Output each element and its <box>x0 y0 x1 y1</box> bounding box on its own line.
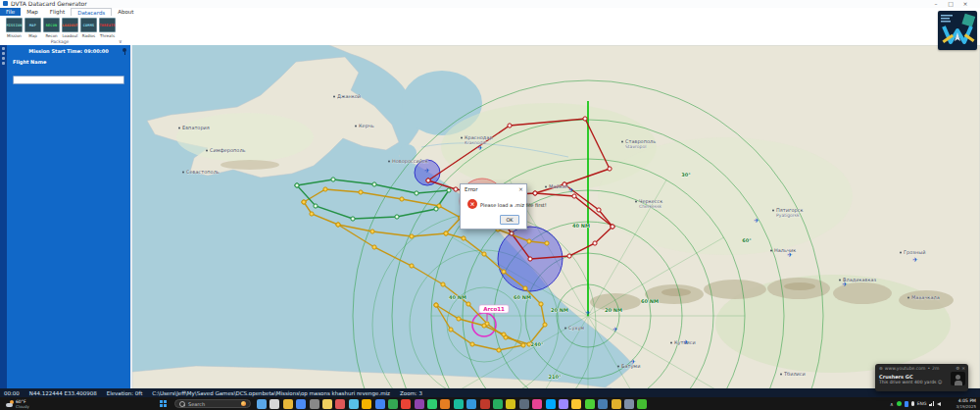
waypoint[interactable] <box>611 225 614 229</box>
waypoint[interactable] <box>593 241 597 245</box>
waypoint[interactable] <box>502 270 506 274</box>
waypoint[interactable] <box>510 231 514 235</box>
tray-overflow-icon[interactable]: ∧ <box>890 401 894 407</box>
waypoint[interactable] <box>543 323 547 327</box>
waypoint[interactable] <box>523 286 527 290</box>
waypoint[interactable] <box>462 236 466 240</box>
taskbar-app-icon[interactable] <box>270 399 279 409</box>
ok-button[interactable]: OK <box>500 215 519 225</box>
waypoint[interactable] <box>314 204 318 208</box>
taskbar-app-icon[interactable] <box>415 399 424 409</box>
map-button[interactable]: MAP Map <box>24 17 42 38</box>
taskbar-app-icon[interactable] <box>585 399 595 409</box>
waypoint[interactable] <box>454 187 458 191</box>
taskbar-app-icon[interactable] <box>466 399 476 409</box>
maximize-button[interactable]: □ <box>944 0 957 8</box>
taskbar-app-icon[interactable] <box>571 399 581 409</box>
waypoint[interactable] <box>370 230 374 233</box>
search-box[interactable]: Search <box>174 399 251 408</box>
taskbar-app-icon[interactable] <box>349 399 359 409</box>
waypoint[interactable] <box>434 207 438 211</box>
waypoint[interactable] <box>608 167 612 171</box>
tray-app-icon[interactable] <box>905 401 908 407</box>
taskbar-app-icon[interactable] <box>322 399 332 409</box>
waypoint[interactable] <box>502 333 506 336</box>
waypoint[interactable] <box>441 282 445 286</box>
taskbar-app-icon[interactable] <box>335 399 345 409</box>
loadout-button[interactable]: LOADOUT Loadout <box>61 17 79 38</box>
ribbon-collapse-icon[interactable]: ∨ <box>119 38 122 44</box>
network-icon[interactable] <box>929 401 934 406</box>
waypoint[interactable] <box>482 324 486 328</box>
tab-flight[interactable]: Flight <box>44 8 71 16</box>
start-button[interactable] <box>160 400 167 407</box>
taskbar-app-icon[interactable] <box>598 399 608 409</box>
taskbar-app-icon[interactable] <box>296 399 306 409</box>
close-button[interactable]: × <box>958 0 972 8</box>
waypoint[interactable] <box>597 208 601 212</box>
tray-status-icon[interactable] <box>897 401 902 406</box>
volume-icon[interactable] <box>937 402 941 406</box>
waypoint[interactable] <box>372 245 376 249</box>
taskbar-app-icon[interactable] <box>401 399 411 409</box>
threats-button[interactable]: THREATS Threats <box>98 17 117 38</box>
notification-toast[interactable]: ⊕ www.youtube.com • 2m ⚙ × Crushers GC T… <box>875 364 968 391</box>
dialog-close-icon[interactable]: × <box>518 185 523 192</box>
radios-button[interactable]: COMMS Radios <box>79 17 98 38</box>
map-canvas[interactable]: 20 NM20 NM40 NM40 NM60 NM60 NM30°60°240°… <box>132 45 980 388</box>
waypoint[interactable] <box>415 191 418 195</box>
collapsed-panel-strip[interactable] <box>0 45 7 388</box>
tab-about[interactable]: About <box>112 8 139 16</box>
taskbar-app-icon[interactable] <box>362 399 371 409</box>
weather-widget[interactable]: 60°F Cloudy <box>6 399 29 409</box>
taskbar-app-icon[interactable] <box>388 399 398 409</box>
waypoint[interactable] <box>470 342 474 346</box>
taskbar-app-icon[interactable] <box>546 399 556 409</box>
waypoint[interactable] <box>434 303 438 307</box>
waypoint[interactable] <box>545 241 549 245</box>
taskbar-app-icon[interactable] <box>283 399 293 409</box>
pin-icon[interactable] <box>122 48 126 52</box>
waypoint[interactable] <box>400 197 404 201</box>
waypoint[interactable] <box>359 190 363 194</box>
taskbar-app-icon[interactable] <box>480 399 490 409</box>
taskbar-app-icon[interactable] <box>612 399 621 409</box>
taskbar-app-icon[interactable] <box>310 399 319 409</box>
tab-file[interactable]: File <box>0 8 21 16</box>
taskbar-app-icon[interactable] <box>493 399 503 409</box>
waypoint[interactable] <box>410 264 414 268</box>
waypoint[interactable] <box>372 182 376 186</box>
waypoint[interactable] <box>527 239 531 243</box>
waypoint[interactable] <box>302 200 306 204</box>
waypoint[interactable] <box>395 215 399 219</box>
waypoint[interactable] <box>528 257 532 261</box>
waypoint[interactable] <box>449 328 453 332</box>
waypoint[interactable] <box>521 343 525 347</box>
taskbar-app-icon[interactable] <box>506 399 515 409</box>
taskbar-app-icon[interactable] <box>427 399 437 409</box>
waypoint[interactable] <box>447 188 451 192</box>
waypoint[interactable] <box>567 254 571 258</box>
input-language[interactable]: ENG <box>917 401 927 406</box>
waypoint[interactable] <box>583 117 587 121</box>
minimize-button[interactable]: – <box>929 0 943 8</box>
waypoint[interactable] <box>323 187 327 191</box>
waypoint[interactable] <box>497 348 501 352</box>
notification-settings-icon[interactable]: ⚙ <box>956 366 959 371</box>
waypoint[interactable] <box>572 194 576 198</box>
waypoint[interactable] <box>331 178 335 181</box>
microphone-icon[interactable] <box>911 401 914 406</box>
waypoint[interactable] <box>482 252 486 256</box>
taskbar-app-icon[interactable] <box>257 399 267 409</box>
taskbar-app-icon[interactable] <box>624 399 634 409</box>
waypoint[interactable] <box>410 234 414 238</box>
tab-map[interactable]: Map <box>21 8 44 16</box>
waypoint[interactable] <box>336 223 340 227</box>
taskbar-app-icon[interactable] <box>532 399 542 409</box>
flight-name-input[interactable] <box>13 76 124 84</box>
taskbar-app-icon[interactable] <box>637 399 647 409</box>
taskbar-app-icon[interactable] <box>440 399 450 409</box>
taskbar-app-icon[interactable] <box>454 399 464 409</box>
waypoint[interactable] <box>444 231 448 235</box>
taskbar-app-icon[interactable] <box>375 399 385 409</box>
